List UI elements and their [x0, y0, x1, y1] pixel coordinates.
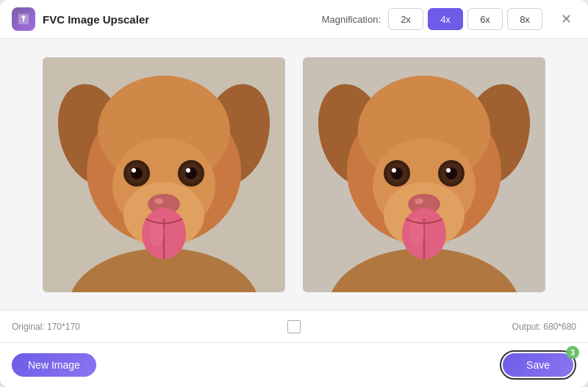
save-section: 3 Save [500, 350, 576, 380]
app-window: FVC Image Upscaler Magnification: 2x 4x … [0, 0, 588, 387]
svg-point-35 [392, 168, 396, 173]
action-bar: New Image 3 Save [0, 342, 588, 387]
output-image [303, 57, 545, 292]
output-dimensions: Output: 680*680 [301, 322, 576, 332]
center-icon [287, 320, 301, 333]
output-image-panel [303, 57, 545, 292]
original-image-panel [43, 57, 285, 292]
original-image [43, 57, 285, 292]
info-bar: Original: 170*170 Output: 680*680 [0, 310, 588, 342]
svg-point-14 [132, 168, 136, 173]
svg-point-10 [154, 198, 163, 204]
app-icon [12, 7, 35, 31]
main-content [0, 39, 588, 310]
app-title: FVC Image Upscaler [43, 13, 149, 26]
magnification-label: Magnification: [322, 14, 381, 25]
mag-8x-button[interactable]: 8x [507, 8, 542, 30]
mag-4x-button[interactable]: 4x [428, 8, 463, 30]
svg-point-39 [446, 168, 451, 173]
svg-point-18 [186, 168, 190, 173]
save-button[interactable]: Save [503, 353, 573, 377]
new-image-button[interactable]: New Image [12, 353, 96, 377]
svg-point-31 [415, 198, 423, 204]
mag-2x-button[interactable]: 2x [388, 8, 423, 30]
mag-6x-button[interactable]: 6x [467, 8, 503, 30]
save-container: 3 Save [500, 350, 576, 380]
original-dimensions: Original: 170*170 [12, 322, 287, 332]
magnification-controls: 2x 4x 6x 8x [388, 8, 542, 30]
save-badge: 3 [566, 346, 579, 359]
close-button[interactable]: ✕ [556, 9, 576, 29]
titlebar: FVC Image Upscaler Magnification: 2x 4x … [0, 0, 588, 39]
